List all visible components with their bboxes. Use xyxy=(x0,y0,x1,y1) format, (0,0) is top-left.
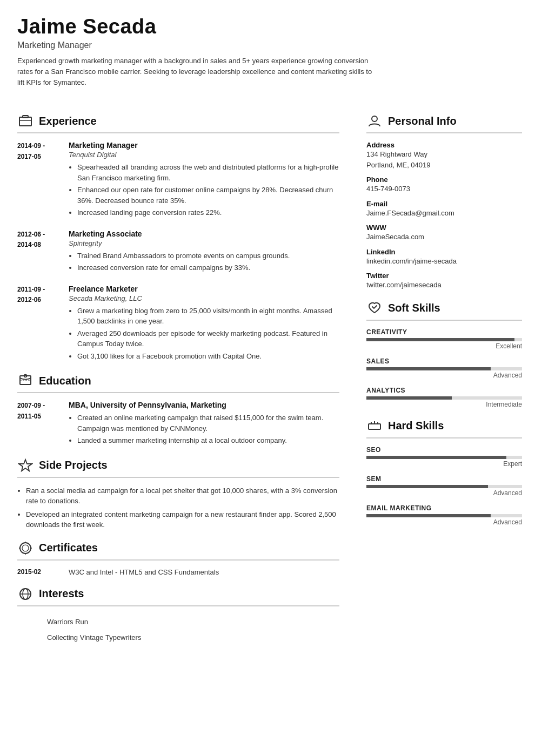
skill-level: Excellent xyxy=(366,342,522,350)
personal-info-label: Address xyxy=(366,141,522,149)
personal-info-label: Phone xyxy=(366,176,522,184)
exp-details: Marketing Associate Spintegrity Trained … xyxy=(69,230,339,275)
experience-bullet: Trained Brand Ambassadors to promote eve… xyxy=(77,251,339,261)
side-project-bullet: Ran a social media ad campaign for a loc… xyxy=(26,485,339,507)
skill-bar-fill xyxy=(366,456,506,459)
skill-name: EMAIL MARKETING xyxy=(366,504,522,512)
header: Jaime Secada Marketing Manager Experienc… xyxy=(0,0,535,98)
exp-date: 2011-09 -2012-06 xyxy=(17,285,58,363)
education-entry: 2007-09 -2011-05 MBA, University of Penn… xyxy=(17,401,339,448)
education-icon xyxy=(17,373,34,389)
personal-info-icon xyxy=(366,113,383,129)
exp-date: 2012-06 -2014-08 xyxy=(17,230,58,275)
hard-skills-section-header: Hard Skills xyxy=(366,418,522,438)
svg-point-7 xyxy=(20,543,31,554)
side-projects-list: Ran a social media ad campaign for a loc… xyxy=(17,485,339,530)
main-content: Experience 2014-09 -2017-05 Marketing Ma… xyxy=(0,98,535,756)
skill-name: SALES xyxy=(366,357,522,365)
personal-info-label: WWW xyxy=(366,224,522,232)
exp-company: Secada Marketing, LLC xyxy=(69,294,339,302)
left-column: Experience 2014-09 -2017-05 Marketing Ma… xyxy=(0,98,357,740)
personal-info-fields: Address 134 Rightward WayPortland, ME, 0… xyxy=(366,141,522,291)
personal-info-value: JaimeSecada.com xyxy=(366,232,522,242)
soft-skills-icon xyxy=(366,300,383,316)
interest-item: Collecting Vintage Typewriters xyxy=(17,630,339,646)
education-section-header: Education xyxy=(17,373,339,393)
personal-info-title: Personal Info xyxy=(388,115,457,127)
edu-bullet: Created an online marketing campaign tha… xyxy=(77,413,339,434)
skill-level: Advanced xyxy=(366,518,522,526)
experience-list: 2014-09 -2017-05 Marketing Manager Tenqu… xyxy=(17,141,339,363)
edu-degree: MBA, University of Pennsylvania, Marketi… xyxy=(69,401,339,409)
personal-info-label: E-mail xyxy=(366,200,522,208)
experience-bullet: Grew a marketing blog from zero to 25,00… xyxy=(77,306,339,327)
certificates-list: 2015-02 W3C and Intel - HTML5 and CSS Fu… xyxy=(17,568,339,576)
edu-date: 2007-09 -2011-05 xyxy=(17,401,58,448)
skill-bar-bg xyxy=(366,396,522,400)
certificates-title: Certificates xyxy=(39,542,98,554)
soft-skills-title: Soft Skills xyxy=(388,302,440,314)
experience-bullet: Spearheaded all branding across the web … xyxy=(77,162,339,183)
edu-bullet: Landed a summer marketing internship at … xyxy=(77,435,339,446)
resume-container: Jaime Secada Marketing Manager Experienc… xyxy=(0,0,535,756)
skill-name: SEO xyxy=(366,446,522,454)
interest-item: Warriors Run xyxy=(17,614,339,630)
experience-bullet: Averaged 250 downloads per episode for w… xyxy=(77,328,339,349)
skill-level: Intermediate xyxy=(366,401,522,408)
interests-list: Warriors RunCollecting Vintage Typewrite… xyxy=(17,614,339,646)
interests-icon xyxy=(17,586,34,602)
skill-name: ANALYTICS xyxy=(366,387,522,394)
personal-info-item: LinkedIn linkedin.com/in/jaime-secada xyxy=(366,248,522,267)
experience-bullet: Increased landing page conversion rates … xyxy=(77,207,339,218)
certificates-icon xyxy=(17,540,34,556)
education-list: 2007-09 -2011-05 MBA, University of Penn… xyxy=(17,401,339,448)
exp-date: 2014-09 -2017-05 xyxy=(17,141,58,220)
personal-info-section-header: Personal Info xyxy=(366,113,522,133)
personal-info-value: linkedin.com/in/jaime-secada xyxy=(366,256,522,267)
exp-details: Marketing Manager Tenquist Digital Spear… xyxy=(69,141,339,220)
exp-title: Marketing Manager xyxy=(69,141,339,150)
skill-bar-bg xyxy=(366,367,522,370)
soft-skill-item: ANALYTICS Intermediate xyxy=(366,387,522,408)
personal-info-item: Address 134 Rightward WayPortland, ME, 0… xyxy=(366,141,522,170)
interests-title: Interests xyxy=(39,588,84,600)
interests-section-header: Interests xyxy=(17,586,339,606)
experience-bullet: Increased conversion rate for email camp… xyxy=(77,262,339,273)
personal-info-value: twitter.com/jaimesecada xyxy=(366,280,522,291)
exp-title: Freelance Marketer xyxy=(69,285,339,293)
cert-name: W3C and Intel - HTML5 and CSS Fundamenta… xyxy=(69,568,219,576)
experience-entry: 2014-09 -2017-05 Marketing Manager Tenqu… xyxy=(17,141,339,220)
skill-bar-fill xyxy=(366,514,491,517)
exp-bullets: Spearheaded all branding across the web … xyxy=(69,162,339,218)
hard-skills-list: SEO Expert SEM Advanced EMAIL MARKETING … xyxy=(366,446,522,526)
experience-icon xyxy=(17,113,34,129)
cert-date: 2015-02 xyxy=(17,568,58,576)
exp-company: Spintegrity xyxy=(69,239,339,247)
skill-name: CREATIVITY xyxy=(366,328,522,336)
experience-bullet: Enhanced our open rate for customer onli… xyxy=(77,185,339,206)
education-title: Education xyxy=(39,375,91,387)
skill-name: SEM xyxy=(366,475,522,483)
skill-bar-bg xyxy=(366,514,522,517)
skill-bar-fill xyxy=(366,396,452,400)
svg-rect-17 xyxy=(369,424,380,429)
exp-details: Freelance Marketer Secada Marketing, LLC… xyxy=(69,285,339,363)
job-title: Marketing Manager xyxy=(17,40,518,50)
svg-rect-0 xyxy=(19,117,31,126)
svg-point-8 xyxy=(22,545,29,551)
skill-bar-fill xyxy=(366,338,514,341)
personal-info-item: WWW JaimeSecada.com xyxy=(366,224,522,242)
exp-bullets: Trained Brand Ambassadors to promote eve… xyxy=(69,251,339,273)
experience-section-header: Experience xyxy=(17,113,339,133)
personal-info-value: 134 Rightward WayPortland, ME, 04019 xyxy=(366,149,522,170)
certificates-section-header: Certificates xyxy=(17,540,339,561)
skill-bar-bg xyxy=(366,456,522,459)
soft-skill-item: SALES Advanced xyxy=(366,357,522,379)
soft-skills-list: CREATIVITY Excellent SALES Advanced ANAL… xyxy=(366,328,522,408)
skill-bar-fill xyxy=(366,485,488,488)
skill-bar-bg xyxy=(366,338,522,341)
hard-skills-title: Hard Skills xyxy=(388,420,444,432)
skill-level: Advanced xyxy=(366,372,522,379)
experience-entry: 2011-09 -2012-06 Freelance Marketer Seca… xyxy=(17,285,339,363)
hard-skill-item: EMAIL MARKETING Advanced xyxy=(366,504,522,526)
